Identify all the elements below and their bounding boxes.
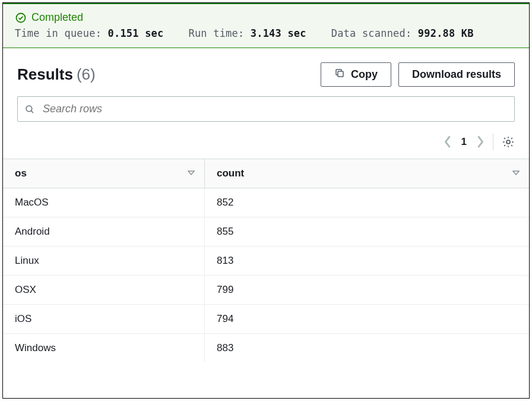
svg-rect-1 [338, 71, 343, 77]
search-icon [24, 104, 35, 115]
download-results-label: Download results [412, 68, 501, 81]
data-scanned-value: 992.88 KB [418, 27, 474, 39]
svg-point-4 [506, 140, 510, 144]
copy-button-label: Copy [351, 68, 378, 81]
column-header-count[interactable]: count [205, 159, 529, 188]
column-header-os[interactable]: os [3, 159, 205, 188]
cell-count: 813 [205, 247, 529, 275]
results-title-text: Results [17, 65, 73, 84]
queue-time-value: 0.151 sec [108, 27, 164, 39]
table-row[interactable]: OSX799 [3, 276, 529, 305]
table-row[interactable]: MacOS852 [3, 188, 529, 217]
results-table: os count MacOS852Android855Linux813OSX79… [3, 159, 529, 362]
table-row[interactable]: Windows883 [3, 334, 529, 362]
column-header-count-label: count [217, 168, 244, 179]
cell-os: MacOS [3, 188, 205, 217]
cell-count: 883 [205, 334, 529, 362]
settings-button[interactable] [502, 135, 515, 149]
cell-count: 794 [205, 305, 529, 333]
cell-count: 855 [205, 217, 529, 246]
copy-icon [334, 68, 345, 81]
cell-os: iOS [3, 305, 205, 333]
run-time-label: Run time: [188, 27, 244, 39]
cell-os: Windows [3, 334, 205, 362]
download-results-button[interactable]: Download results [398, 62, 515, 87]
results-count: (6) [77, 65, 96, 84]
svg-line-3 [31, 110, 33, 113]
table-header: os count [3, 159, 529, 188]
next-page-button[interactable] [476, 135, 484, 149]
search-input[interactable] [17, 96, 515, 122]
query-results-panel: Completed Time in queue: 0.151 sec Run t… [2, 2, 530, 399]
copy-button[interactable]: Copy [321, 62, 391, 87]
sort-icon [188, 168, 195, 179]
svg-point-2 [26, 106, 32, 112]
run-time-value: 3.143 sec [251, 27, 306, 39]
page-number: 1 [459, 136, 469, 148]
divider [493, 134, 493, 150]
table-row[interactable]: Android855 [3, 217, 529, 247]
prev-page-button[interactable] [444, 135, 452, 149]
column-header-os-label: os [15, 168, 27, 179]
status-metrics: Time in queue: 0.151 sec Run time: 3.143… [15, 27, 517, 39]
status-label: Completed [31, 11, 83, 24]
queue-time-label: Time in queue: [15, 27, 102, 39]
table-row[interactable]: Linux813 [3, 247, 529, 276]
cell-os: Linux [3, 247, 205, 275]
results-title: Results (6) [17, 65, 96, 84]
check-circle-icon [15, 12, 27, 24]
cell-os: OSX [3, 276, 205, 304]
data-scanned-label: Data scanned: [331, 27, 412, 39]
cell-count: 799 [205, 276, 529, 304]
status-bar: Completed Time in queue: 0.151 sec Run t… [3, 3, 529, 48]
cell-os: Android [3, 217, 205, 246]
table-row[interactable]: iOS794 [3, 305, 529, 334]
cell-count: 852 [205, 188, 529, 217]
sort-icon [512, 168, 520, 179]
